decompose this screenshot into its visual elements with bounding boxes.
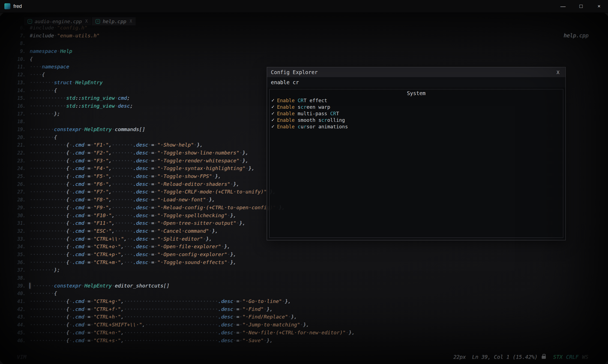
code-token: = xyxy=(88,244,91,249)
code-token: .desc xyxy=(133,189,148,195)
minimize-button[interactable]: — xyxy=(554,0,572,13)
code-line[interactable]: 38. xyxy=(6,274,355,282)
code-token: · xyxy=(72,80,75,85)
code-token: }, xyxy=(285,298,291,304)
checkbox-checked-icon[interactable]: ✓ xyxy=(271,117,275,123)
code-token: , xyxy=(109,158,112,163)
code-token: = xyxy=(88,306,91,312)
code-token: · xyxy=(154,142,157,148)
code-token: }, xyxy=(215,173,221,179)
code-token: · xyxy=(148,205,151,210)
code-token: , xyxy=(112,228,115,234)
popup-close-icon[interactable]: X xyxy=(556,69,559,75)
window-controls: — □ × xyxy=(554,0,608,13)
code-token: .desc xyxy=(218,314,233,320)
line-number: 46. xyxy=(6,337,26,345)
status-bar: VIM 22px Ln 39, Col 1 (15.42%) STXCRLFWS xyxy=(0,352,608,364)
code-token: string_view xyxy=(81,95,115,101)
code-token: = xyxy=(151,213,154,218)
tab-close-icon[interactable]: X xyxy=(85,19,88,24)
config-option[interactable]: ✓Enable screen warp xyxy=(269,104,563,110)
line-number: 22. xyxy=(6,149,26,157)
line-number: 18. xyxy=(6,118,26,126)
code-line[interactable]: 9.namespace·Help xyxy=(6,47,355,55)
code-token: }, xyxy=(242,150,248,156)
checkbox-checked-icon[interactable]: ✓ xyxy=(271,124,275,129)
code-line[interactable]: 39.▏·······constexpr·HelpEntry·editor_sh… xyxy=(6,282,355,290)
code-token: · xyxy=(69,220,72,226)
code-token: · xyxy=(148,165,151,171)
code-token: = xyxy=(151,165,154,171)
code-token: , xyxy=(109,173,112,179)
code-line[interactable]: 7.#include·"enum-utils.h" xyxy=(6,32,355,40)
code-token: · xyxy=(85,205,88,210)
config-option[interactable]: ✓Enable cursor animations xyxy=(269,123,563,130)
config-option[interactable]: ✓Enable CRT effect xyxy=(269,97,563,104)
code-line[interactable]: 10.{ xyxy=(6,55,355,63)
code-token: { xyxy=(54,87,57,93)
code-token: , xyxy=(121,330,124,335)
code-token: · xyxy=(112,283,115,289)
code-token: .cmd xyxy=(72,330,85,335)
code-token: ············ xyxy=(30,228,66,234)
code-line[interactable]: 41.············{·.cmd·=·"CTRL+g·",······… xyxy=(6,298,355,305)
tab-audio-engine-cpp[interactable]: audio-engine.cpp X xyxy=(24,17,91,25)
code-token: "·Open·tree-sitter·output" xyxy=(157,220,236,226)
code-line[interactable]: 35.············{·.cmd·=·"CTRL+p·",···.de… xyxy=(6,251,355,259)
code-token: , xyxy=(142,322,145,327)
code-token: , xyxy=(121,338,124,343)
code-line[interactable]: 45.············{·.cmd·=·"CTRL+n·",······… xyxy=(6,329,355,337)
code-token: .cmd xyxy=(72,142,85,148)
config-option[interactable]: ✓Enable smooth scrolling xyxy=(269,117,563,123)
label-segment: multi-pass xyxy=(295,111,330,116)
code-token: .cmd xyxy=(72,244,85,249)
code-token: ············ xyxy=(30,189,66,195)
line-number: 35. xyxy=(6,251,26,259)
tab-help-cpp[interactable]: help.cpp X xyxy=(92,17,136,25)
code-line[interactable]: 36.············{·.cmd·=·"CTRL+m·",···.de… xyxy=(6,259,355,266)
code-token: "F2·" xyxy=(94,150,109,156)
code-token: ············ xyxy=(30,181,66,187)
config-option[interactable]: ✓Enable multi-pass CRT xyxy=(269,110,563,117)
code-token: ············ xyxy=(30,306,66,312)
code-token: = xyxy=(88,197,91,202)
config-search-input[interactable]: enable cr xyxy=(267,77,565,87)
code-token: , xyxy=(109,142,112,148)
line-number: 42. xyxy=(6,305,26,313)
code-token: }, xyxy=(209,197,215,202)
code-token: · xyxy=(85,142,88,148)
code-token: · xyxy=(69,338,72,343)
line-number: 15. xyxy=(6,94,26,102)
code-token: · xyxy=(91,158,94,163)
code-token: "CTRL+h·" xyxy=(94,314,121,320)
code-line[interactable]: 44.············{·.cmd·=·"CTRL+SHIFT+\\·"… xyxy=(6,321,355,329)
code-token: std xyxy=(66,103,75,109)
code-token: ············ xyxy=(30,197,66,202)
code-line[interactable]: 43.············{·.cmd·=·"CTRL+h·",······… xyxy=(6,313,355,321)
code-line[interactable]: 8. xyxy=(6,40,355,47)
code-token: "CTRL+m·" xyxy=(94,259,121,265)
checkbox-checked-icon[interactable]: ✓ xyxy=(271,98,275,103)
code-token: { xyxy=(66,228,69,234)
code-line[interactable]: 37.········}; xyxy=(6,266,355,274)
tab-close-icon[interactable]: X xyxy=(130,19,132,24)
code-line[interactable]: 42.············{·.cmd·=·"CTRL+f·",······… xyxy=(6,305,355,313)
close-button[interactable]: × xyxy=(590,0,608,13)
code-token: "F4·" xyxy=(94,165,109,171)
label-segment: sor animations xyxy=(307,124,348,129)
code-token: , xyxy=(112,213,115,218)
checkbox-checked-icon[interactable]: ✓ xyxy=(271,104,275,110)
code-line[interactable]: 34.············{·.cmd·=·"CTRL+o·",···.de… xyxy=(6,243,355,251)
code-token: ············ xyxy=(30,330,66,335)
code-line[interactable]: 40.········{ xyxy=(6,290,355,298)
code-line[interactable]: 46.············{·.cmd·=·"CTRL+s·",······… xyxy=(6,337,355,345)
code-token: ············ xyxy=(30,103,66,109)
code-token: · xyxy=(209,228,212,234)
maximize-button[interactable]: □ xyxy=(572,0,590,13)
code-token: · xyxy=(91,314,94,320)
code-token: .desc xyxy=(133,251,148,257)
checkbox-checked-icon[interactable]: ✓ xyxy=(271,111,275,116)
code-token: .desc xyxy=(133,150,148,156)
code-token: ············ xyxy=(30,298,66,304)
code-token: ······························· xyxy=(124,314,218,320)
